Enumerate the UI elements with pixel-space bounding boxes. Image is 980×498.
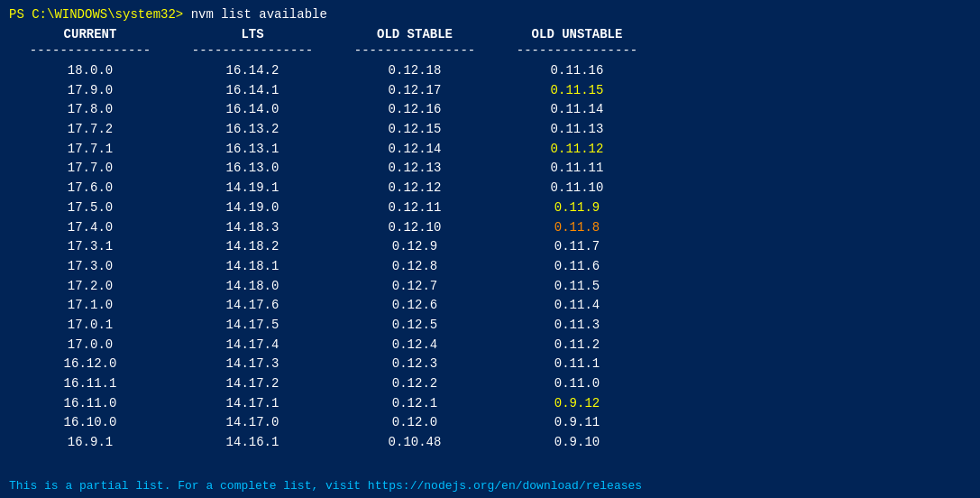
- cell-lts: 14.19.0: [171, 198, 334, 218]
- cell-old-unstable: 0.11.4: [496, 296, 658, 316]
- command-text: nvm list available: [191, 7, 327, 22]
- cell-lts: 16.14.1: [171, 81, 334, 101]
- header-old-unstable: OLD UNSTABLE: [496, 27, 658, 42]
- cell-old-unstable: 0.11.6: [496, 257, 658, 277]
- cell-lts: 16.14.0: [171, 100, 334, 120]
- cell-current: 17.7.0: [9, 159, 171, 179]
- cell-current: 17.2.0: [9, 277, 171, 297]
- cell-old-unstable: 0.11.7: [496, 237, 658, 257]
- cell-old-unstable: 0.11.3: [496, 316, 658, 336]
- table-row: 16.10.014.17.00.12.00.9.11: [9, 413, 971, 433]
- table-row: 17.2.014.18.00.12.70.11.5: [9, 277, 971, 297]
- cell-current: 17.3.0: [9, 257, 171, 277]
- table-divider-row: ---------------- ---------------- ------…: [9, 43, 971, 58]
- cell-lts: 14.18.0: [171, 277, 334, 297]
- table-row: 17.7.216.13.20.12.150.11.13: [9, 120, 971, 140]
- cell-old-unstable: 0.11.15: [496, 81, 658, 101]
- table-row: 17.9.016.14.10.12.170.11.15: [9, 81, 971, 101]
- footer-line: This is a partial list. For a complete l…: [9, 479, 971, 493]
- table-row: 17.7.016.13.00.12.130.11.11: [9, 159, 971, 179]
- cell-lts: 14.18.2: [171, 237, 334, 257]
- cell-old-stable: 0.12.6: [334, 296, 496, 316]
- cell-old-stable: 0.12.9: [334, 237, 496, 257]
- table-row: 17.5.014.19.00.12.110.11.9: [9, 198, 971, 218]
- nvm-table: CURRENT LTS OLD STABLE OLD UNSTABLE ----…: [9, 27, 971, 453]
- cell-current: 17.7.2: [9, 120, 171, 140]
- cell-old-unstable: 0.9.12: [496, 394, 658, 414]
- cell-old-unstable: 0.11.12: [496, 140, 658, 160]
- cell-lts: 14.17.0: [171, 413, 334, 433]
- cell-current: 17.7.1: [9, 140, 171, 160]
- footer-text: This is a partial list. For a complete l…: [9, 479, 642, 493]
- cell-old-unstable: 0.11.2: [496, 336, 658, 355]
- divider-old-stable: ----------------: [334, 43, 496, 58]
- cell-old-stable: 0.12.10: [334, 218, 496, 238]
- cell-old-stable: 0.12.15: [334, 120, 496, 140]
- cell-current: 17.9.0: [9, 81, 171, 101]
- header-old-stable: OLD STABLE: [334, 27, 496, 42]
- cell-lts: 16.13.0: [171, 159, 334, 179]
- terminal-window: PS C:\WINDOWS\system32> nvm list availab…: [0, 0, 980, 498]
- cell-old-stable: 0.12.0: [334, 413, 496, 433]
- cell-old-stable: 0.12.11: [334, 198, 496, 218]
- cell-lts: 14.18.1: [171, 257, 334, 277]
- cell-old-stable: 0.12.1: [334, 394, 496, 414]
- divider-current: ----------------: [9, 43, 171, 58]
- cell-current: 16.11.1: [9, 374, 171, 394]
- prompt-text: PS C:\WINDOWS\system32>: [9, 7, 183, 22]
- cell-current: 17.8.0: [9, 100, 171, 120]
- cell-lts: 14.17.2: [171, 374, 334, 394]
- table-row: 16.12.014.17.30.12.30.11.1: [9, 355, 971, 374]
- table-row: 17.3.114.18.20.12.90.11.7: [9, 237, 971, 257]
- cell-lts: 16.14.2: [171, 61, 334, 81]
- divider-lts: ----------------: [171, 43, 334, 58]
- cell-old-stable: 0.12.17: [334, 81, 496, 101]
- cell-lts: 14.17.4: [171, 336, 334, 355]
- cell-lts: 14.17.3: [171, 355, 334, 374]
- table-row: 17.0.014.17.40.12.40.11.2: [9, 336, 971, 355]
- prompt-line: PS C:\WINDOWS\system32> nvm list availab…: [9, 7, 971, 22]
- cell-lts: 16.13.1: [171, 140, 334, 160]
- table-row: 16.9.114.16.10.10.480.9.10: [9, 433, 971, 453]
- cell-current: 18.0.0: [9, 61, 171, 81]
- cell-old-stable: 0.12.12: [334, 179, 496, 198]
- cell-current: 17.1.0: [9, 296, 171, 316]
- table-row: 17.7.116.13.10.12.140.11.12: [9, 140, 971, 160]
- cell-current: 16.9.1: [9, 433, 171, 453]
- table-row: 17.1.014.17.60.12.60.11.4: [9, 296, 971, 316]
- cell-old-unstable: 0.9.10: [496, 433, 658, 453]
- cell-old-unstable: 0.11.10: [496, 179, 658, 198]
- cell-old-stable: 0.12.4: [334, 336, 496, 355]
- cell-old-unstable: 0.11.5: [496, 277, 658, 297]
- table-row: 16.11.114.17.20.12.20.11.0: [9, 374, 971, 394]
- cell-current: 16.12.0: [9, 355, 171, 374]
- cell-current: 17.4.0: [9, 218, 171, 238]
- cell-old-unstable: 0.9.11: [496, 413, 658, 433]
- cell-old-unstable: 0.11.16: [496, 61, 658, 81]
- cell-current: 17.0.0: [9, 336, 171, 355]
- cell-lts: 14.17.5: [171, 316, 334, 336]
- cell-lts: 14.16.1: [171, 433, 334, 453]
- cell-old-stable: 0.12.14: [334, 140, 496, 160]
- header-lts: LTS: [171, 27, 334, 42]
- cell-old-unstable: 0.11.8: [496, 218, 658, 238]
- cell-old-stable: 0.10.48: [334, 433, 496, 453]
- cell-old-unstable: 0.11.0: [496, 374, 658, 394]
- table-header-row: CURRENT LTS OLD STABLE OLD UNSTABLE: [9, 27, 971, 42]
- cell-old-stable: 0.12.16: [334, 100, 496, 120]
- cell-old-stable: 0.12.18: [334, 61, 496, 81]
- cell-current: 16.10.0: [9, 413, 171, 433]
- cell-old-unstable: 0.11.14: [496, 100, 658, 120]
- cell-current: 17.5.0: [9, 198, 171, 218]
- cell-old-stable: 0.12.3: [334, 355, 496, 374]
- cell-old-unstable: 0.11.9: [496, 198, 658, 218]
- data-rows: 18.0.016.14.20.12.180.11.1617.9.016.14.1…: [9, 61, 971, 453]
- cell-lts: 14.18.3: [171, 218, 334, 238]
- cell-old-stable: 0.12.2: [334, 374, 496, 394]
- cell-current: 17.6.0: [9, 179, 171, 198]
- cell-old-unstable: 0.11.1: [496, 355, 658, 374]
- table-row: 17.8.016.14.00.12.160.11.14: [9, 100, 971, 120]
- cell-old-stable: 0.12.5: [334, 316, 496, 336]
- table-row: 18.0.016.14.20.12.180.11.16: [9, 61, 971, 81]
- table-row: 17.6.014.19.10.12.120.11.10: [9, 179, 971, 198]
